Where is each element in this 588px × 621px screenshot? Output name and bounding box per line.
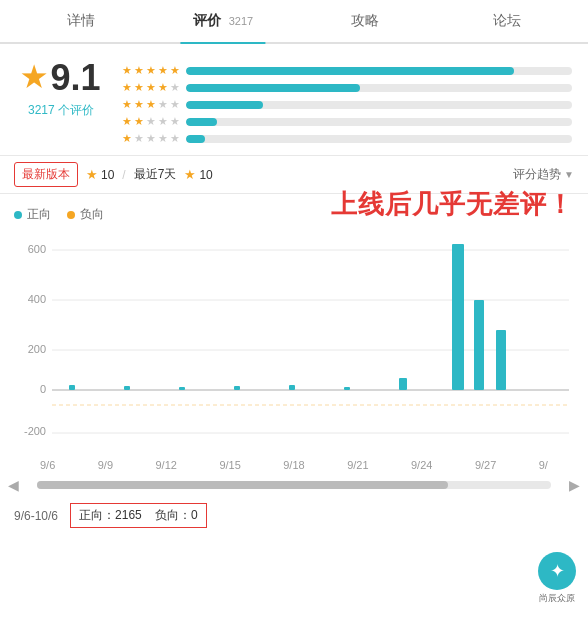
svg-rect-12 — [124, 386, 130, 390]
star5: ★ — [170, 81, 180, 94]
svg-rect-20 — [496, 330, 506, 390]
bar-track-2 — [186, 118, 572, 126]
watermark-text: 尚辰众原 — [539, 592, 575, 605]
svg-rect-13 — [179, 387, 185, 390]
star3: ★ — [146, 64, 156, 77]
chart-container: 600 400 200 0 -200 — [14, 235, 574, 455]
negative-count: 负向：0 — [155, 508, 198, 522]
bar-fill-1 — [186, 135, 205, 143]
bar-stars-5: ★ ★ ★ ★ ★ — [122, 64, 180, 77]
chart-legend: 正向 负向 — [14, 206, 104, 223]
star2: ★ — [134, 98, 144, 111]
bar-row-3: ★ ★ ★ ★ ★ — [122, 98, 572, 111]
bottom-stats: 9/6-10/6 正向：2165 负向：0 — [0, 495, 588, 536]
bar-row-1: ★ ★ ★ ★ ★ — [122, 132, 572, 145]
star3: ★ — [146, 132, 156, 145]
svg-text:0: 0 — [40, 383, 46, 395]
svg-text:400: 400 — [28, 293, 46, 305]
star2: ★ — [134, 115, 144, 128]
scroll-right-arrow[interactable]: ▶ — [569, 477, 580, 493]
tab-bar: 详情 评价 3217 攻略 论坛 — [0, 0, 588, 44]
filter-slash: / — [122, 168, 125, 182]
svg-rect-14 — [234, 386, 240, 390]
star5: ★ — [170, 98, 180, 111]
svg-text:600: 600 — [28, 243, 46, 255]
svg-rect-11 — [69, 385, 75, 390]
rating-score-row: ★ 9.1 — [21, 60, 100, 96]
star3: ★ — [146, 98, 156, 111]
x-label-1: 9/9 — [98, 459, 113, 471]
bar-fill-4 — [186, 84, 360, 92]
trend-label: 评分趋势 — [513, 166, 561, 183]
bar-track-3 — [186, 101, 572, 109]
filter-version-tag[interactable]: 最新版本 — [14, 162, 78, 187]
star4: ★ — [158, 132, 168, 145]
star2: ★ — [134, 81, 144, 94]
star3: ★ — [146, 81, 156, 94]
bar-row-5: ★ ★ ★ ★ ★ — [122, 64, 572, 77]
filter-star2: ★ 10 — [184, 167, 212, 182]
chart-headline: 上线后几乎无差评！ — [331, 187, 574, 222]
filter-star-count1: 10 — [101, 168, 114, 182]
tab-forum[interactable]: 论坛 — [436, 0, 578, 42]
star2: ★ — [134, 132, 144, 145]
star-icon: ★ — [21, 64, 46, 92]
watermark: ✦ 尚辰众原 — [538, 552, 576, 605]
x-label-6: 9/24 — [411, 459, 432, 471]
svg-rect-19 — [474, 300, 484, 390]
filter-trend[interactable]: 评分趋势 ▼ — [513, 166, 574, 183]
scroll-thumb — [37, 481, 448, 489]
tab-strategy[interactable]: 攻略 — [294, 0, 436, 42]
bar-stars-1: ★ ★ ★ ★ ★ — [122, 132, 180, 145]
star4: ★ — [158, 64, 168, 77]
svg-rect-16 — [344, 387, 350, 390]
date-range: 9/6-10/6 — [14, 509, 58, 523]
bar-fill-5 — [186, 67, 514, 75]
svg-rect-17 — [399, 378, 407, 390]
bar-track-5 — [186, 67, 572, 75]
positive-dot — [14, 211, 22, 219]
tab-review[interactable]: 评价 3217 — [152, 0, 294, 42]
bar-fill-3 — [186, 101, 263, 109]
filter-star1: ★ 10 — [86, 167, 114, 182]
tab-detail[interactable]: 详情 — [10, 0, 152, 42]
chart-svg: 600 400 200 0 -200 — [14, 235, 574, 455]
svg-text:-200: -200 — [24, 425, 46, 437]
bar-row-4: ★ ★ ★ ★ ★ — [122, 81, 572, 94]
bar-stars-4: ★ ★ ★ ★ ★ — [122, 81, 180, 94]
star4: ★ — [158, 115, 168, 128]
rating-section: ★ 9.1 3217 个评价 ★ ★ ★ ★ ★ — [0, 44, 588, 155]
bar-track-4 — [186, 84, 572, 92]
tab-review-label: 评价 — [193, 12, 221, 28]
negative-label: 负向 — [80, 206, 104, 223]
x-label-3: 9/15 — [219, 459, 240, 471]
scroll-left-arrow[interactable]: ◀ — [8, 477, 19, 493]
positive-count: 正向：2165 — [79, 508, 142, 522]
watermark-circle: ✦ — [538, 552, 576, 590]
x-label-7: 9/27 — [475, 459, 496, 471]
star4: ★ — [158, 81, 168, 94]
bar-fill-2 — [186, 118, 217, 126]
legend-positive: 正向 — [14, 206, 51, 223]
x-label-8: 9/ — [539, 459, 548, 471]
tab-detail-label: 详情 — [67, 12, 95, 28]
rating-count: 3217 个评价 — [28, 102, 94, 119]
bar-row-2: ★ ★ ★ ★ ★ — [122, 115, 572, 128]
watermark-icon: ✦ — [550, 560, 565, 582]
version-label: 最新版本 — [22, 167, 70, 181]
rating-bars: ★ ★ ★ ★ ★ ★ ★ ★ ★ ★ — [122, 60, 572, 145]
x-label-4: 9/18 — [283, 459, 304, 471]
bar-stars-3: ★ ★ ★ ★ ★ — [122, 98, 180, 111]
page-wrapper: 详情 评价 3217 攻略 论坛 ★ 9.1 3217 个评价 ★ ★ — [0, 0, 588, 621]
svg-rect-15 — [289, 385, 295, 390]
scroll-track[interactable] — [37, 481, 551, 489]
x-label-0: 9/6 — [40, 459, 55, 471]
star1: ★ — [122, 132, 132, 145]
x-label-5: 9/21 — [347, 459, 368, 471]
filter-star-icon1: ★ — [86, 167, 98, 182]
bar-track-1 — [186, 135, 572, 143]
tab-strategy-label: 攻略 — [351, 12, 379, 28]
star1: ★ — [122, 115, 132, 128]
filter-star-count2: 10 — [199, 168, 212, 182]
svg-rect-18 — [452, 244, 464, 390]
